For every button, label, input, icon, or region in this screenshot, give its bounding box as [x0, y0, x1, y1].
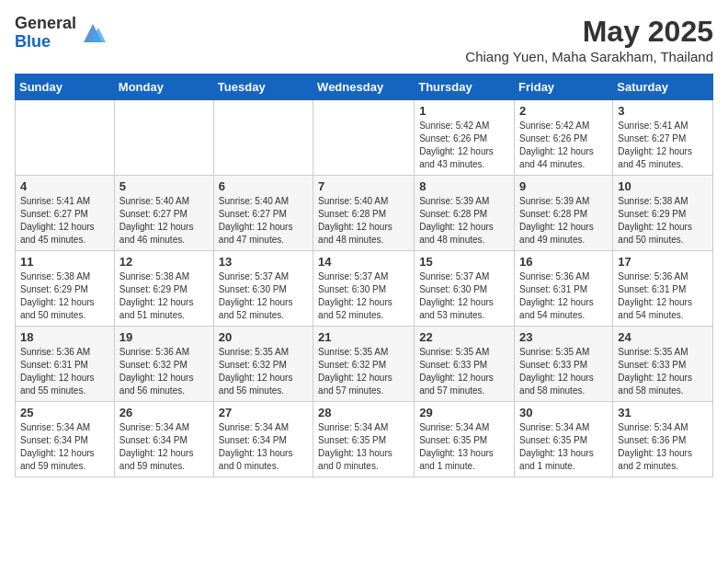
day-number: 15	[419, 255, 509, 269]
day-info: Sunrise: 5:37 AM Sunset: 6:30 PM Dayligh…	[419, 270, 509, 322]
day-info: Sunrise: 5:42 AM Sunset: 6:26 PM Dayligh…	[519, 120, 608, 171]
day-number: 18	[20, 330, 109, 344]
calendar-cell: 14Sunrise: 5:37 AM Sunset: 6:30 PM Dayli…	[313, 251, 415, 327]
calendar-cell: 15Sunrise: 5:37 AM Sunset: 6:30 PM Dayli…	[415, 251, 515, 327]
day-info: Sunrise: 5:37 AM Sunset: 6:30 PM Dayligh…	[219, 270, 308, 322]
day-number: 25	[20, 406, 109, 419]
day-info: Sunrise: 5:39 AM Sunset: 6:28 PM Dayligh…	[519, 195, 608, 247]
calendar-cell: 13Sunrise: 5:37 AM Sunset: 6:30 PM Dayli…	[213, 251, 313, 327]
day-info: Sunrise: 5:41 AM Sunset: 6:27 PM Dayligh…	[20, 195, 109, 247]
calendar-cell	[313, 100, 415, 176]
day-number: 30	[519, 406, 608, 419]
day-info: Sunrise: 5:42 AM Sunset: 6:26 PM Dayligh…	[419, 120, 509, 171]
calendar-cell	[16, 100, 115, 176]
calendar-cell: 6Sunrise: 5:40 AM Sunset: 6:27 PM Daylig…	[213, 176, 313, 251]
day-info: Sunrise: 5:37 AM Sunset: 6:30 PM Dayligh…	[318, 270, 409, 322]
weekday-header: Tuesday	[213, 75, 313, 100]
day-info: Sunrise: 5:36 AM Sunset: 6:31 PM Dayligh…	[519, 270, 608, 322]
calendar-cell: 19Sunrise: 5:36 AM Sunset: 6:32 PM Dayli…	[114, 327, 213, 402]
day-number: 5	[119, 179, 209, 193]
day-number: 4	[20, 179, 109, 193]
calendar-week-row: 25Sunrise: 5:34 AM Sunset: 6:34 PM Dayli…	[16, 402, 713, 477]
day-info: Sunrise: 5:35 AM Sunset: 6:33 PM Dayligh…	[519, 346, 608, 397]
calendar-cell: 18Sunrise: 5:36 AM Sunset: 6:31 PM Dayli…	[16, 327, 115, 402]
calendar-cell	[213, 100, 313, 176]
weekday-header: Wednesday	[313, 75, 415, 100]
day-info: Sunrise: 5:36 AM Sunset: 6:32 PM Dayligh…	[119, 346, 209, 397]
day-info: Sunrise: 5:35 AM Sunset: 6:32 PM Dayligh…	[219, 346, 308, 397]
calendar-cell: 1Sunrise: 5:42 AM Sunset: 6:26 PM Daylig…	[415, 100, 515, 176]
day-info: Sunrise: 5:39 AM Sunset: 6:28 PM Dayligh…	[419, 195, 509, 247]
calendar-cell	[114, 100, 213, 176]
day-info: Sunrise: 5:36 AM Sunset: 6:31 PM Dayligh…	[618, 270, 708, 322]
day-info: Sunrise: 5:40 AM Sunset: 6:28 PM Dayligh…	[318, 195, 409, 247]
day-number: 7	[318, 179, 409, 193]
day-number: 10	[618, 179, 708, 193]
day-number: 27	[219, 406, 308, 419]
logo-icon	[80, 20, 106, 46]
day-number: 11	[20, 255, 109, 269]
calendar-cell: 17Sunrise: 5:36 AM Sunset: 6:31 PM Dayli…	[613, 251, 713, 327]
day-info: Sunrise: 5:36 AM Sunset: 6:31 PM Dayligh…	[20, 346, 109, 397]
calendar-cell: 12Sunrise: 5:38 AM Sunset: 6:29 PM Dayli…	[114, 251, 213, 327]
weekday-header-row: SundayMondayTuesdayWednesdayThursdayFrid…	[16, 75, 713, 100]
calendar-cell: 5Sunrise: 5:40 AM Sunset: 6:27 PM Daylig…	[114, 176, 213, 251]
day-info: Sunrise: 5:34 AM Sunset: 6:35 PM Dayligh…	[318, 421, 409, 473]
day-info: Sunrise: 5:38 AM Sunset: 6:29 PM Dayligh…	[618, 195, 708, 247]
day-number: 9	[519, 179, 608, 193]
day-number: 14	[318, 255, 409, 269]
logo: General Blue	[15, 15, 106, 52]
weekday-header: Sunday	[16, 75, 115, 100]
calendar-subtitle: Chiang Yuen, Maha Sarakham, Thailand	[465, 49, 713, 64]
day-number: 20	[219, 330, 308, 344]
day-number: 31	[618, 406, 708, 419]
calendar-cell: 22Sunrise: 5:35 AM Sunset: 6:33 PM Dayli…	[415, 327, 515, 402]
day-number: 3	[618, 104, 708, 118]
calendar-cell: 21Sunrise: 5:35 AM Sunset: 6:32 PM Dayli…	[313, 327, 415, 402]
page-header: General Blue May 2025 Chiang Yuen, Maha …	[15, 15, 713, 64]
day-number: 2	[519, 104, 608, 118]
day-number: 1	[419, 104, 509, 118]
calendar-cell: 26Sunrise: 5:34 AM Sunset: 6:34 PM Dayli…	[114, 402, 213, 477]
day-info: Sunrise: 5:34 AM Sunset: 6:34 PM Dayligh…	[20, 421, 109, 473]
day-info: Sunrise: 5:35 AM Sunset: 6:33 PM Dayligh…	[419, 346, 509, 397]
calendar-cell: 9Sunrise: 5:39 AM Sunset: 6:28 PM Daylig…	[515, 176, 613, 251]
day-number: 8	[419, 179, 509, 193]
calendar-cell: 4Sunrise: 5:41 AM Sunset: 6:27 PM Daylig…	[16, 176, 115, 251]
logo-blue: Blue	[15, 33, 76, 52]
calendar-cell: 28Sunrise: 5:34 AM Sunset: 6:35 PM Dayli…	[313, 402, 415, 477]
calendar-cell: 7Sunrise: 5:40 AM Sunset: 6:28 PM Daylig…	[313, 176, 415, 251]
calendar-cell: 29Sunrise: 5:34 AM Sunset: 6:35 PM Dayli…	[415, 402, 515, 477]
day-number: 24	[618, 330, 708, 344]
day-number: 6	[219, 179, 308, 193]
day-number: 16	[519, 255, 608, 269]
calendar-week-row: 4Sunrise: 5:41 AM Sunset: 6:27 PM Daylig…	[16, 176, 713, 251]
calendar-cell: 3Sunrise: 5:41 AM Sunset: 6:27 PM Daylig…	[613, 100, 713, 176]
weekday-header: Friday	[515, 75, 613, 100]
calendar-week-row: 18Sunrise: 5:36 AM Sunset: 6:31 PM Dayli…	[16, 327, 713, 402]
calendar-cell: 23Sunrise: 5:35 AM Sunset: 6:33 PM Dayli…	[515, 327, 613, 402]
title-area: May 2025 Chiang Yuen, Maha Sarakham, Tha…	[465, 15, 713, 64]
calendar-cell: 2Sunrise: 5:42 AM Sunset: 6:26 PM Daylig…	[515, 100, 613, 176]
calendar-cell: 30Sunrise: 5:34 AM Sunset: 6:35 PM Dayli…	[515, 402, 613, 477]
calendar-cell: 25Sunrise: 5:34 AM Sunset: 6:34 PM Dayli…	[16, 402, 115, 477]
calendar-cell: 20Sunrise: 5:35 AM Sunset: 6:32 PM Dayli…	[213, 327, 313, 402]
calendar-cell: 16Sunrise: 5:36 AM Sunset: 6:31 PM Dayli…	[515, 251, 613, 327]
calendar-week-row: 11Sunrise: 5:38 AM Sunset: 6:29 PM Dayli…	[16, 251, 713, 327]
weekday-header: Thursday	[415, 75, 515, 100]
day-info: Sunrise: 5:38 AM Sunset: 6:29 PM Dayligh…	[20, 270, 109, 322]
day-info: Sunrise: 5:34 AM Sunset: 6:34 PM Dayligh…	[119, 421, 209, 473]
day-number: 21	[318, 330, 409, 344]
day-info: Sunrise: 5:41 AM Sunset: 6:27 PM Dayligh…	[618, 120, 708, 171]
day-number: 22	[419, 330, 509, 344]
day-info: Sunrise: 5:35 AM Sunset: 6:32 PM Dayligh…	[318, 346, 409, 397]
day-number: 13	[219, 255, 308, 269]
calendar-cell: 24Sunrise: 5:35 AM Sunset: 6:33 PM Dayli…	[613, 327, 713, 402]
calendar-table: SundayMondayTuesdayWednesdayThursdayFrid…	[15, 74, 713, 477]
calendar-cell: 8Sunrise: 5:39 AM Sunset: 6:28 PM Daylig…	[415, 176, 515, 251]
day-number: 19	[119, 330, 209, 344]
day-info: Sunrise: 5:38 AM Sunset: 6:29 PM Dayligh…	[119, 270, 209, 322]
day-info: Sunrise: 5:34 AM Sunset: 6:35 PM Dayligh…	[519, 421, 608, 473]
calendar-week-row: 1Sunrise: 5:42 AM Sunset: 6:26 PM Daylig…	[16, 100, 713, 176]
day-number: 29	[419, 406, 509, 419]
